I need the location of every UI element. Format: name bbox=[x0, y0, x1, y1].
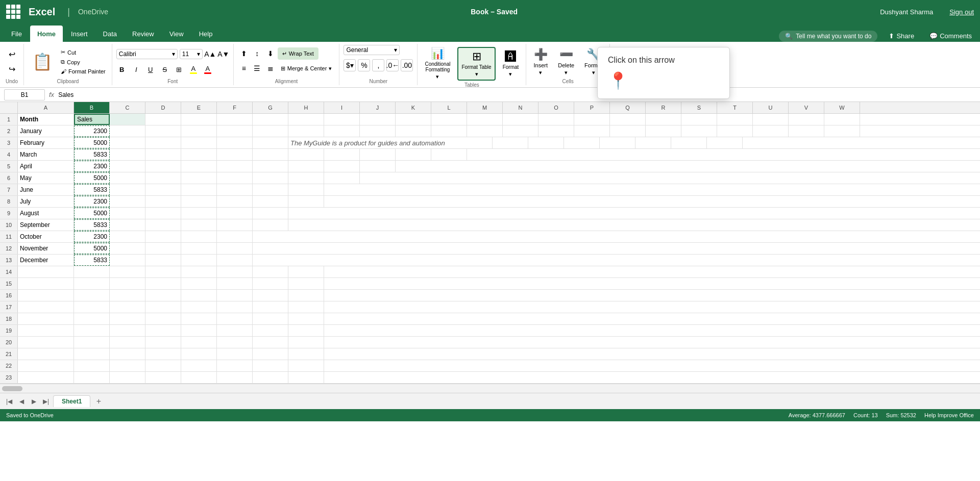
row-num[interactable]: 12 bbox=[0, 243, 18, 254]
increase-font-button[interactable]: A▲ bbox=[205, 48, 216, 60]
row-num[interactable]: 2 bbox=[0, 125, 18, 137]
cell-c16[interactable] bbox=[110, 290, 145, 301]
cell-q2[interactable] bbox=[610, 125, 646, 137]
cell-a16[interactable] bbox=[18, 290, 74, 301]
cell-a4[interactable]: March bbox=[18, 149, 74, 160]
cell-h23[interactable] bbox=[288, 372, 324, 383]
align-top-button[interactable]: ⬆ bbox=[238, 47, 250, 60]
col-header-u[interactable]: U bbox=[753, 102, 789, 113]
col-header-j[interactable]: J bbox=[360, 102, 396, 113]
cell-j4[interactable] bbox=[360, 149, 396, 160]
cell-g18[interactable] bbox=[253, 313, 288, 324]
cell-a5[interactable]: April bbox=[18, 161, 74, 172]
cell-b8[interactable]: 2300 bbox=[74, 196, 110, 207]
cell-g10[interactable] bbox=[253, 219, 288, 231]
cell-f17[interactable] bbox=[217, 301, 253, 313]
cell-g17[interactable] bbox=[253, 301, 288, 313]
sheet-nav-first[interactable]: |◀ bbox=[4, 396, 14, 407]
row-num[interactable]: 8 bbox=[0, 196, 18, 207]
cell-h18[interactable] bbox=[288, 313, 324, 324]
col-header-n[interactable]: N bbox=[503, 102, 538, 113]
cell-f23[interactable] bbox=[217, 372, 253, 383]
conditional-formatting-button[interactable]: 📊 ConditionalFormatting ▾ bbox=[422, 45, 453, 82]
cell-m1[interactable] bbox=[467, 114, 503, 125]
cell-g2[interactable] bbox=[253, 125, 288, 137]
cell-e16[interactable] bbox=[181, 290, 217, 301]
cell-e3[interactable] bbox=[181, 137, 217, 148]
row-num[interactable]: 1 bbox=[0, 114, 18, 125]
cell-a20[interactable] bbox=[18, 337, 74, 348]
cell-j2[interactable] bbox=[360, 125, 396, 137]
row-num[interactable]: 20 bbox=[0, 337, 18, 348]
cell-d6[interactable] bbox=[145, 172, 181, 184]
cell-b21[interactable] bbox=[74, 348, 110, 360]
cell-a15[interactable] bbox=[18, 278, 74, 289]
cell-c12[interactable] bbox=[110, 243, 145, 254]
cell-e14[interactable] bbox=[181, 266, 217, 277]
col-header-o[interactable]: O bbox=[538, 102, 574, 113]
cell-d16[interactable] bbox=[145, 290, 181, 301]
border-button[interactable]: ⊞ bbox=[174, 64, 185, 75]
tab-home[interactable]: Home bbox=[30, 26, 63, 42]
col-header-b[interactable]: B bbox=[74, 102, 110, 113]
cell-b23[interactable] bbox=[74, 372, 110, 383]
col-header-h[interactable]: H bbox=[288, 102, 324, 113]
cell-h1[interactable] bbox=[288, 114, 324, 125]
cell-c19[interactable] bbox=[110, 325, 145, 336]
cell-b9[interactable]: 5000 bbox=[74, 208, 110, 219]
cell-f19[interactable] bbox=[217, 325, 253, 336]
cell-e23[interactable] bbox=[181, 372, 217, 383]
cell-g22[interactable] bbox=[253, 360, 288, 371]
cell-c13[interactable] bbox=[110, 255, 145, 266]
cell-c18[interactable] bbox=[110, 313, 145, 324]
row-num[interactable]: 7 bbox=[0, 184, 18, 195]
decrease-decimal-button[interactable]: .0← bbox=[386, 59, 399, 71]
cell-d15[interactable] bbox=[145, 278, 181, 289]
cell-g4[interactable] bbox=[253, 149, 288, 160]
cell-i3[interactable] bbox=[493, 137, 528, 148]
cell-b13[interactable]: 5833 bbox=[74, 255, 110, 266]
row-num[interactable]: 6 bbox=[0, 172, 18, 184]
row-num[interactable]: 11 bbox=[0, 231, 18, 242]
row-num[interactable]: 19 bbox=[0, 325, 18, 336]
cell-u2[interactable] bbox=[753, 125, 789, 137]
cell-k2[interactable] bbox=[396, 125, 431, 137]
cell-e9[interactable] bbox=[181, 208, 217, 219]
cell-f6[interactable] bbox=[217, 172, 253, 184]
align-bottom-button[interactable]: ⬇ bbox=[264, 47, 277, 60]
cell-e5[interactable] bbox=[181, 161, 217, 172]
cell-w2[interactable] bbox=[824, 125, 860, 137]
row-num[interactable]: 16 bbox=[0, 290, 18, 301]
cell-f3[interactable] bbox=[217, 137, 253, 148]
cell-g5[interactable] bbox=[253, 161, 288, 172]
cell-d19[interactable] bbox=[145, 325, 181, 336]
cell-a18[interactable] bbox=[18, 313, 74, 324]
cell-d23[interactable] bbox=[145, 372, 181, 383]
cell-p1[interactable] bbox=[574, 114, 610, 125]
cell-h15[interactable] bbox=[288, 278, 324, 289]
cell-p2[interactable] bbox=[574, 125, 610, 137]
tab-data[interactable]: Data bbox=[96, 26, 124, 42]
align-right-button[interactable]: ≣ bbox=[264, 62, 277, 74]
cell-b6[interactable]: 5000 bbox=[74, 172, 110, 184]
cell-a3[interactable]: February bbox=[18, 137, 74, 148]
cell-h22[interactable] bbox=[288, 360, 324, 371]
col-header-q[interactable]: Q bbox=[610, 102, 646, 113]
cell-e4[interactable] bbox=[181, 149, 217, 160]
cell-i4[interactable] bbox=[324, 149, 360, 160]
bold-button[interactable]: B bbox=[116, 64, 128, 75]
cell-q1[interactable] bbox=[610, 114, 646, 125]
font-size-dropdown[interactable]: 11 ▾ bbox=[180, 49, 203, 59]
cell-f8[interactable] bbox=[217, 196, 253, 207]
cell-k1[interactable] bbox=[396, 114, 431, 125]
number-format-dropdown[interactable]: General ▾ bbox=[344, 45, 400, 55]
cell-a1[interactable]: Month bbox=[18, 114, 74, 125]
cell-d11[interactable] bbox=[145, 231, 181, 242]
cell-e6[interactable] bbox=[181, 172, 217, 184]
cell-c10[interactable] bbox=[110, 219, 145, 231]
cell-a17[interactable] bbox=[18, 301, 74, 313]
cell-h7[interactable] bbox=[288, 184, 324, 195]
format-painter-button[interactable]: 🖌 Format Painter bbox=[59, 67, 108, 75]
cell-b3[interactable]: 5000 bbox=[74, 137, 110, 148]
cell-v1[interactable] bbox=[789, 114, 824, 125]
